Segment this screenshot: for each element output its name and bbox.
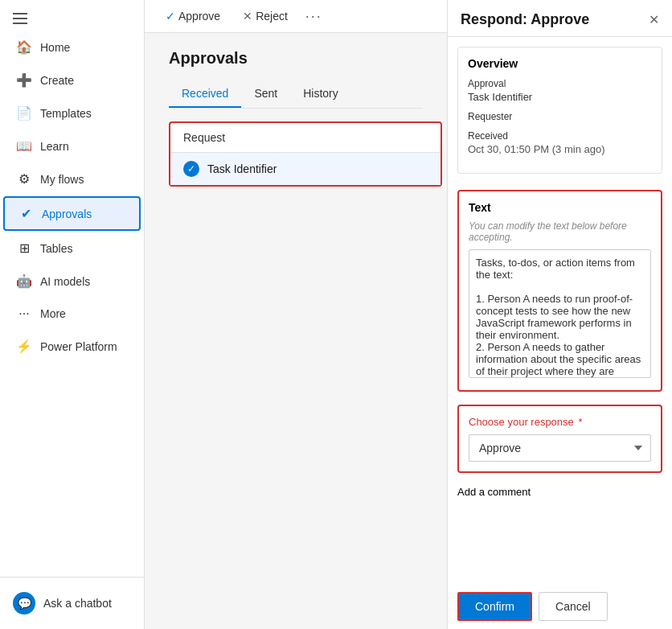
overview-section-title: Overview	[468, 57, 652, 70]
approvals-container: Approvals Received Sent History Request …	[145, 33, 447, 629]
approvals-title: Approvals	[169, 49, 423, 68]
text-section: Text You can modify the text below befor…	[457, 190, 662, 392]
received-field: Received Oct 30, 01:50 PM (3 min ago)	[468, 130, 652, 155]
reject-cross-icon: ✕	[243, 10, 252, 23]
sidebar-item-label: Tables	[40, 242, 72, 255]
requester-field: Requester	[468, 111, 652, 122]
task-name: Task Identifier	[207, 162, 277, 175]
approval-label: Approval	[468, 78, 652, 89]
hamburger-menu[interactable]	[0, 0, 144, 31]
approval-value: Task Identifier	[468, 91, 652, 103]
sidebar-item-templates[interactable]: 📄 Templates	[3, 97, 141, 129]
sidebar-item-approvals[interactable]: ✔ Approvals	[3, 196, 141, 231]
sidebar-item-label: My flows	[40, 173, 84, 186]
requester-label: Requester	[468, 111, 652, 122]
sidebar-item-label: Templates	[40, 107, 92, 120]
toolbar: ✓ Approve ✕ Reject ···	[145, 0, 447, 33]
learn-icon: 📖	[16, 138, 32, 154]
text-hint: You can modify the text below before acc…	[469, 220, 651, 243]
home-icon: 🏠	[16, 39, 32, 55]
overview-section: Overview Approval Task Identifier Reques…	[457, 47, 662, 174]
templates-icon: 📄	[16, 105, 32, 121]
confirm-button[interactable]: Confirm	[457, 592, 532, 621]
table-header: Request	[170, 123, 440, 153]
cancel-button[interactable]: Cancel	[539, 592, 608, 621]
action-buttons: Confirm Cancel	[448, 584, 672, 629]
approvals-icon: ✔	[18, 206, 34, 221]
chatbot-icon: 💬	[13, 592, 35, 615]
sidebar-item-home[interactable]: 🏠 Home	[3, 31, 141, 63]
flows-icon: ⚙	[16, 171, 32, 187]
approval-field: Approval Task Identifier	[468, 78, 652, 103]
close-panel-button[interactable]: ✕	[649, 12, 659, 27]
response-select[interactable]: Approve Reject	[469, 434, 651, 462]
sidebar-item-label: Create	[40, 74, 74, 87]
text-section-title: Text	[469, 201, 651, 214]
response-label: Choose your response *	[469, 416, 651, 428]
tab-received[interactable]: Received	[169, 80, 241, 108]
sidebar-item-ai-models[interactable]: 🤖 AI models	[3, 265, 141, 297]
tabs-bar: Received Sent History	[169, 80, 423, 109]
reject-button[interactable]: ✕ Reject	[238, 6, 293, 26]
sidebar-item-my-flows[interactable]: ⚙ My flows	[3, 163, 141, 195]
more-options-button[interactable]: ···	[305, 8, 322, 25]
requests-table: Request ✓ Task Identifier	[169, 121, 442, 187]
right-panel: Respond: Approve ✕ Overview Approval Tas…	[447, 0, 672, 629]
sidebar-item-label: AI models	[40, 275, 90, 288]
sidebar-item-label: Approvals	[42, 208, 92, 220]
sidebar-item-tables[interactable]: ⊞ Tables	[3, 232, 141, 264]
comment-label: Add a comment	[457, 486, 662, 498]
more-icon: ···	[16, 306, 32, 321]
create-icon: ➕	[16, 72, 32, 88]
comment-section: Add a comment	[448, 479, 672, 509]
panel-title: Respond: Approve	[461, 11, 589, 28]
sidebar: 🏠 Home ➕ Create 📄 Templates 📖 Learn ⚙ My…	[0, 0, 145, 629]
table-row[interactable]: ✓ Task Identifier	[170, 153, 440, 185]
task-check-icon: ✓	[183, 161, 199, 177]
sidebar-item-learn[interactable]: 📖 Learn	[3, 130, 141, 162]
approve-label: Approve	[178, 10, 220, 23]
ai-models-icon: 🤖	[16, 273, 32, 289]
sidebar-item-label: More	[40, 307, 66, 320]
sidebar-bottom: 💬 Ask a chatbot	[0, 577, 144, 629]
sidebar-item-more[interactable]: ··· More	[3, 298, 141, 329]
approve-check-icon: ✓	[166, 10, 175, 23]
response-section: Choose your response * Approve Reject	[457, 405, 662, 473]
sidebar-item-power-platform[interactable]: ⚡ Power Platform	[3, 331, 141, 362]
tab-sent[interactable]: Sent	[241, 80, 290, 108]
reject-label: Reject	[256, 10, 288, 23]
sidebar-item-create[interactable]: ➕ Create	[3, 64, 141, 96]
sidebar-item-label: Home	[40, 41, 70, 54]
received-label: Received	[468, 130, 652, 142]
received-value: Oct 30, 01:50 PM (3 min ago)	[468, 143, 652, 155]
approve-button[interactable]: ✓ Approve	[161, 6, 225, 26]
sidebar-item-label: Learn	[40, 140, 69, 153]
main-content: ✓ Approve ✕ Reject ··· Approvals Receive…	[145, 0, 447, 629]
required-marker: *	[578, 416, 582, 428]
chatbot-button[interactable]: 💬 Ask a chatbot	[0, 584, 144, 623]
tab-history[interactable]: History	[290, 80, 351, 108]
power-platform-icon: ⚡	[16, 339, 32, 354]
text-area-input[interactable]	[469, 249, 651, 378]
chatbot-label: Ask a chatbot	[43, 597, 112, 610]
panel-header: Respond: Approve ✕	[448, 0, 672, 37]
tables-icon: ⊞	[16, 240, 32, 256]
sidebar-item-label: Power Platform	[40, 340, 117, 353]
